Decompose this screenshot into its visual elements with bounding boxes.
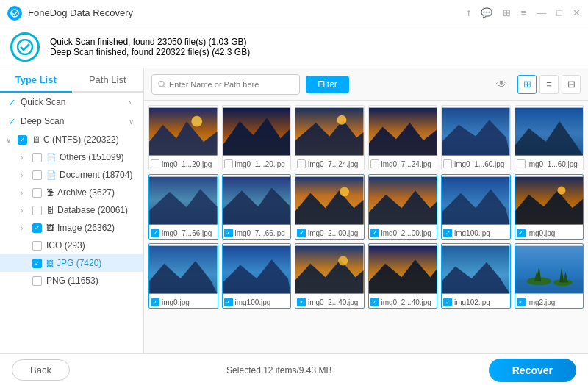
eye-icon[interactable]: 👁	[496, 78, 507, 90]
image-checkbox[interactable]	[370, 159, 379, 168]
image-checkbox[interactable]: ✓	[151, 229, 159, 237]
scan-status-text: Quick Scan finished, found 23050 file(s)…	[50, 37, 250, 57]
list-item[interactable]: ✓ img0_2...40.jpg	[368, 243, 438, 309]
maximize-icon[interactable]: □	[556, 7, 562, 18]
close-icon[interactable]: ✕	[573, 7, 581, 18]
image-checkbox[interactable]	[224, 159, 233, 168]
image-thumbnail	[295, 106, 364, 157]
title-bar: FoneDog Data Recovery f 💬 ⊞ ≡ — □ ✕	[0, 0, 588, 26]
list-item[interactable]: ✓ img100.jpg	[222, 243, 292, 309]
image-checkbox[interactable]: ✓	[32, 223, 42, 233]
list-item[interactable]: img0_1...20.jpg	[222, 105, 292, 170]
grid-view-button[interactable]: ⊞	[517, 75, 537, 94]
sidebar-tabs: Type List Path List	[0, 68, 143, 93]
image-checkbox[interactable]: ✓	[443, 298, 452, 306]
image-checkbox[interactable]: ✓	[443, 229, 452, 237]
search-box[interactable]	[151, 74, 300, 95]
image-label: ✓ img100.jpg	[223, 295, 291, 308]
image-label: ✓ img0.jpg	[149, 295, 218, 308]
svg-point-1	[18, 40, 32, 54]
image-checkbox[interactable]: ✓	[297, 229, 306, 237]
list-item[interactable]: ✓ img0_7...66.jpg	[148, 174, 218, 240]
recover-button[interactable]: Recover	[489, 359, 576, 382]
list-item[interactable]: ✓ img0_2...00.jpg	[368, 174, 438, 240]
archive-checkbox[interactable]	[32, 188, 42, 198]
list-item[interactable]: ✓ img0.jpg	[514, 174, 584, 240]
jpg-label: JPG (7420)	[57, 258, 101, 268]
image-checkbox[interactable]: ✓	[517, 229, 526, 237]
sidebar-item-deep-scan[interactable]: ✓ Deep Scan ∨	[0, 112, 143, 131]
list-item[interactable]: img0_7...24.jpg	[295, 105, 365, 170]
message-icon[interactable]: 💬	[481, 7, 492, 18]
database-checkbox[interactable]	[32, 206, 42, 215]
app-logo	[7, 6, 22, 21]
archive-folder-icon: 🗜	[46, 188, 54, 197]
svg-point-0	[11, 10, 18, 17]
sidebar-item-database[interactable]: › 🗄 Database (20061)	[0, 201, 143, 219]
filter-button[interactable]: Filter	[306, 76, 349, 93]
image-thumbnail	[442, 244, 510, 295]
header-status: Quick Scan finished, found 23050 file(s)…	[0, 26, 588, 68]
image-checkbox[interactable]	[517, 159, 526, 168]
image-label: ✓ img102.jpg	[442, 295, 510, 308]
image-checkbox[interactable]: ✓	[297, 298, 306, 306]
image-checkbox[interactable]: ✓	[151, 298, 159, 306]
detail-view-button[interactable]: ⊟	[562, 75, 581, 94]
list-item[interactable]: img0_1...60.jpg	[514, 105, 584, 170]
image-folder-icon: 🖼	[46, 223, 54, 232]
image-label: img0_1...60.jpg	[442, 157, 510, 170]
list-item[interactable]: ✓ img0.jpg	[148, 243, 218, 309]
sidebar-item-document[interactable]: › 📄 Document (18704)	[0, 166, 143, 184]
image-thumbnail	[515, 106, 584, 157]
image-thumbnail	[369, 175, 437, 226]
list-item[interactable]: img0_1...60.jpg	[441, 105, 511, 170]
image-checkbox[interactable]: ✓	[370, 298, 379, 306]
sidebar-item-quick-scan[interactable]: ✓ Quick Scan ›	[0, 93, 143, 112]
tab-path-list[interactable]: Path List	[72, 68, 144, 93]
list-item[interactable]: img0_7...24.jpg	[368, 105, 438, 170]
search-input[interactable]	[169, 80, 293, 89]
svg-point-6	[191, 116, 202, 127]
app-title: FoneDog Data Recovery	[28, 7, 467, 18]
right-toolbar: Filter 👁 ⊞ ≡ ⊟	[144, 68, 588, 101]
tab-type-list[interactable]: Type List	[0, 68, 72, 93]
sidebar-item-ico[interactable]: ICO (293)	[0, 237, 143, 254]
others-folder-icon: 📄	[46, 153, 57, 162]
image-checkbox[interactable]: ✓	[370, 229, 379, 237]
jpg-checkbox[interactable]: ✓	[32, 259, 42, 268]
minimize-icon[interactable]: —	[537, 7, 546, 18]
list-view-button[interactable]: ≡	[539, 75, 559, 94]
list-item[interactable]: ✓ img0_2...40.jpg	[295, 243, 365, 309]
image-checkbox[interactable]: ✓	[517, 298, 526, 306]
title-bar-controls: f 💬 ⊞ ≡ — □ ✕	[467, 7, 581, 18]
list-item[interactable]: ✓ img100.jpg	[441, 174, 511, 240]
image-checkbox[interactable]: ✓	[224, 229, 233, 237]
image-checkbox[interactable]	[297, 159, 306, 168]
list-item[interactable]: ✓ img102.jpg	[441, 243, 511, 309]
menu-icon[interactable]: ≡	[521, 7, 527, 18]
list-item[interactable]: ✓ img2.jpg	[514, 243, 584, 309]
image-label: img0_1...60.jpg	[515, 157, 584, 170]
list-item[interactable]: ✓ img0_2...00.jpg	[295, 174, 365, 240]
sidebar-item-drive[interactable]: ∨ ✓ 🖥 C:(NTFS) (220322)	[0, 131, 143, 148]
drive-checkbox[interactable]: ✓	[18, 135, 27, 145]
grid-icon[interactable]: ⊞	[503, 7, 511, 18]
facebook-icon[interactable]: f	[467, 7, 470, 18]
sidebar-item-png[interactable]: PNG (11653)	[0, 272, 143, 289]
image-checkbox[interactable]	[443, 159, 452, 168]
sidebar-item-jpg[interactable]: ✓ 🖼 JPG (7420)	[0, 254, 143, 272]
sidebar-item-archive[interactable]: › 🗜 Archive (3627)	[0, 184, 143, 201]
document-checkbox[interactable]	[32, 170, 42, 180]
list-item[interactable]: ✓ img0_7...66.jpg	[222, 174, 292, 240]
back-button[interactable]: Back	[12, 359, 70, 381]
image-checkbox[interactable]: ✓	[224, 298, 233, 306]
ico-checkbox[interactable]	[32, 241, 42, 251]
list-item[interactable]: img0_1...20.jpg	[148, 105, 218, 170]
ico-label: ICO (293)	[46, 240, 85, 251]
image-checkbox[interactable]	[151, 159, 159, 168]
sidebar-item-image[interactable]: › ✓ 🖼 Image (26362)	[0, 219, 143, 237]
content-area: img0_1...20.jpg img0_1...20.jpg	[144, 101, 588, 353]
png-checkbox[interactable]	[32, 276, 42, 286]
sidebar-item-others[interactable]: › 📄 Others (151099)	[0, 148, 143, 166]
others-checkbox[interactable]	[32, 153, 42, 162]
